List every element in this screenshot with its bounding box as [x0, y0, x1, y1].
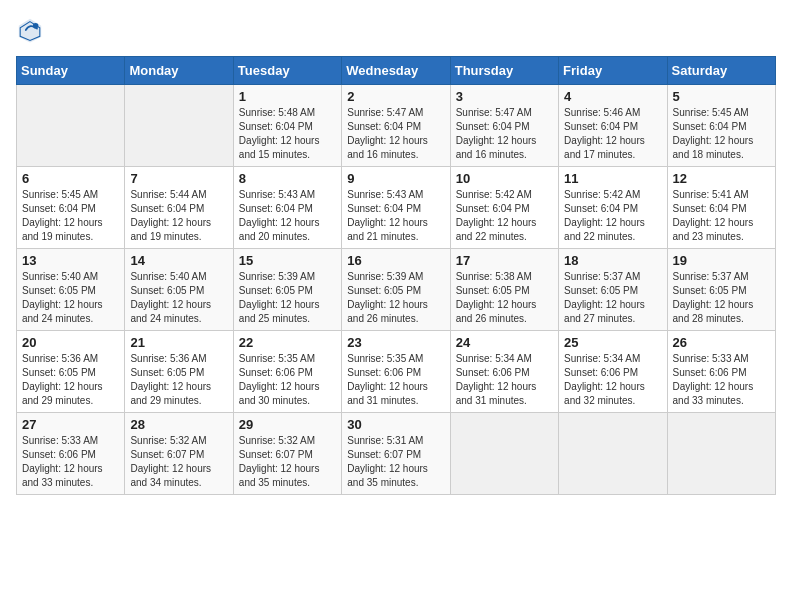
calendar-cell: 12Sunrise: 5:41 AMSunset: 6:04 PMDayligh… [667, 167, 775, 249]
day-number: 23 [347, 335, 444, 350]
day-number: 18 [564, 253, 661, 268]
cell-content: Sunrise: 5:33 AMSunset: 6:06 PMDaylight:… [673, 352, 770, 408]
logo-icon [16, 16, 44, 44]
cell-content: Sunrise: 5:35 AMSunset: 6:06 PMDaylight:… [239, 352, 336, 408]
day-number: 14 [130, 253, 227, 268]
calendar-cell: 1Sunrise: 5:48 AMSunset: 6:04 PMDaylight… [233, 85, 341, 167]
cell-content: Sunrise: 5:39 AMSunset: 6:05 PMDaylight:… [347, 270, 444, 326]
cell-content: Sunrise: 5:44 AMSunset: 6:04 PMDaylight:… [130, 188, 227, 244]
cell-content: Sunrise: 5:40 AMSunset: 6:05 PMDaylight:… [130, 270, 227, 326]
calendar-cell: 16Sunrise: 5:39 AMSunset: 6:05 PMDayligh… [342, 249, 450, 331]
day-number: 2 [347, 89, 444, 104]
cell-content: Sunrise: 5:47 AMSunset: 6:04 PMDaylight:… [456, 106, 553, 162]
cell-content: Sunrise: 5:32 AMSunset: 6:07 PMDaylight:… [130, 434, 227, 490]
calendar-cell: 29Sunrise: 5:32 AMSunset: 6:07 PMDayligh… [233, 413, 341, 495]
calendar-cell: 9Sunrise: 5:43 AMSunset: 6:04 PMDaylight… [342, 167, 450, 249]
calendar-cell [450, 413, 558, 495]
calendar-cell: 20Sunrise: 5:36 AMSunset: 6:05 PMDayligh… [17, 331, 125, 413]
cell-content: Sunrise: 5:32 AMSunset: 6:07 PMDaylight:… [239, 434, 336, 490]
cell-content: Sunrise: 5:36 AMSunset: 6:05 PMDaylight:… [22, 352, 119, 408]
calendar-header-tuesday: Tuesday [233, 57, 341, 85]
day-number: 10 [456, 171, 553, 186]
cell-content: Sunrise: 5:34 AMSunset: 6:06 PMDaylight:… [456, 352, 553, 408]
day-number: 30 [347, 417, 444, 432]
calendar-header-wednesday: Wednesday [342, 57, 450, 85]
calendar-cell: 24Sunrise: 5:34 AMSunset: 6:06 PMDayligh… [450, 331, 558, 413]
calendar-header-monday: Monday [125, 57, 233, 85]
calendar-cell: 25Sunrise: 5:34 AMSunset: 6:06 PMDayligh… [559, 331, 667, 413]
day-number: 9 [347, 171, 444, 186]
calendar-cell: 13Sunrise: 5:40 AMSunset: 6:05 PMDayligh… [17, 249, 125, 331]
calendar-header-saturday: Saturday [667, 57, 775, 85]
day-number: 6 [22, 171, 119, 186]
calendar-cell: 21Sunrise: 5:36 AMSunset: 6:05 PMDayligh… [125, 331, 233, 413]
svg-marker-0 [19, 19, 41, 43]
cell-content: Sunrise: 5:37 AMSunset: 6:05 PMDaylight:… [564, 270, 661, 326]
day-number: 24 [456, 335, 553, 350]
day-number: 13 [22, 253, 119, 268]
calendar-cell: 30Sunrise: 5:31 AMSunset: 6:07 PMDayligh… [342, 413, 450, 495]
calendar-header-sunday: Sunday [17, 57, 125, 85]
cell-content: Sunrise: 5:45 AMSunset: 6:04 PMDaylight:… [673, 106, 770, 162]
cell-content: Sunrise: 5:36 AMSunset: 6:05 PMDaylight:… [130, 352, 227, 408]
calendar-cell: 8Sunrise: 5:43 AMSunset: 6:04 PMDaylight… [233, 167, 341, 249]
calendar-cell [17, 85, 125, 167]
day-number: 26 [673, 335, 770, 350]
logo [16, 16, 48, 44]
calendar-cell: 28Sunrise: 5:32 AMSunset: 6:07 PMDayligh… [125, 413, 233, 495]
calendar-header-row: SundayMondayTuesdayWednesdayThursdayFrid… [17, 57, 776, 85]
day-number: 5 [673, 89, 770, 104]
cell-content: Sunrise: 5:31 AMSunset: 6:07 PMDaylight:… [347, 434, 444, 490]
calendar-week-4: 20Sunrise: 5:36 AMSunset: 6:05 PMDayligh… [17, 331, 776, 413]
day-number: 11 [564, 171, 661, 186]
cell-content: Sunrise: 5:45 AMSunset: 6:04 PMDaylight:… [22, 188, 119, 244]
calendar-cell [667, 413, 775, 495]
day-number: 17 [456, 253, 553, 268]
cell-content: Sunrise: 5:37 AMSunset: 6:05 PMDaylight:… [673, 270, 770, 326]
calendar-header-friday: Friday [559, 57, 667, 85]
cell-content: Sunrise: 5:41 AMSunset: 6:04 PMDaylight:… [673, 188, 770, 244]
calendar-cell: 18Sunrise: 5:37 AMSunset: 6:05 PMDayligh… [559, 249, 667, 331]
day-number: 16 [347, 253, 444, 268]
day-number: 4 [564, 89, 661, 104]
day-number: 29 [239, 417, 336, 432]
day-number: 12 [673, 171, 770, 186]
calendar-week-3: 13Sunrise: 5:40 AMSunset: 6:05 PMDayligh… [17, 249, 776, 331]
cell-content: Sunrise: 5:38 AMSunset: 6:05 PMDaylight:… [456, 270, 553, 326]
calendar-cell: 17Sunrise: 5:38 AMSunset: 6:05 PMDayligh… [450, 249, 558, 331]
calendar-week-5: 27Sunrise: 5:33 AMSunset: 6:06 PMDayligh… [17, 413, 776, 495]
calendar-cell [125, 85, 233, 167]
calendar-cell: 19Sunrise: 5:37 AMSunset: 6:05 PMDayligh… [667, 249, 775, 331]
calendar-cell: 27Sunrise: 5:33 AMSunset: 6:06 PMDayligh… [17, 413, 125, 495]
cell-content: Sunrise: 5:43 AMSunset: 6:04 PMDaylight:… [239, 188, 336, 244]
cell-content: Sunrise: 5:47 AMSunset: 6:04 PMDaylight:… [347, 106, 444, 162]
cell-content: Sunrise: 5:39 AMSunset: 6:05 PMDaylight:… [239, 270, 336, 326]
calendar-cell [559, 413, 667, 495]
cell-content: Sunrise: 5:42 AMSunset: 6:04 PMDaylight:… [456, 188, 553, 244]
calendar-header-thursday: Thursday [450, 57, 558, 85]
cell-content: Sunrise: 5:34 AMSunset: 6:06 PMDaylight:… [564, 352, 661, 408]
day-number: 8 [239, 171, 336, 186]
calendar-cell: 4Sunrise: 5:46 AMSunset: 6:04 PMDaylight… [559, 85, 667, 167]
cell-content: Sunrise: 5:48 AMSunset: 6:04 PMDaylight:… [239, 106, 336, 162]
page-header [16, 16, 776, 44]
calendar-cell: 23Sunrise: 5:35 AMSunset: 6:06 PMDayligh… [342, 331, 450, 413]
day-number: 27 [22, 417, 119, 432]
cell-content: Sunrise: 5:46 AMSunset: 6:04 PMDaylight:… [564, 106, 661, 162]
calendar-cell: 22Sunrise: 5:35 AMSunset: 6:06 PMDayligh… [233, 331, 341, 413]
day-number: 1 [239, 89, 336, 104]
calendar-cell: 7Sunrise: 5:44 AMSunset: 6:04 PMDaylight… [125, 167, 233, 249]
calendar-week-1: 1Sunrise: 5:48 AMSunset: 6:04 PMDaylight… [17, 85, 776, 167]
calendar-table: SundayMondayTuesdayWednesdayThursdayFrid… [16, 56, 776, 495]
calendar-cell: 15Sunrise: 5:39 AMSunset: 6:05 PMDayligh… [233, 249, 341, 331]
day-number: 3 [456, 89, 553, 104]
calendar-cell: 5Sunrise: 5:45 AMSunset: 6:04 PMDaylight… [667, 85, 775, 167]
day-number: 20 [22, 335, 119, 350]
cell-content: Sunrise: 5:42 AMSunset: 6:04 PMDaylight:… [564, 188, 661, 244]
cell-content: Sunrise: 5:35 AMSunset: 6:06 PMDaylight:… [347, 352, 444, 408]
svg-point-2 [33, 23, 39, 29]
day-number: 15 [239, 253, 336, 268]
calendar-cell: 11Sunrise: 5:42 AMSunset: 6:04 PMDayligh… [559, 167, 667, 249]
day-number: 28 [130, 417, 227, 432]
calendar-cell: 6Sunrise: 5:45 AMSunset: 6:04 PMDaylight… [17, 167, 125, 249]
